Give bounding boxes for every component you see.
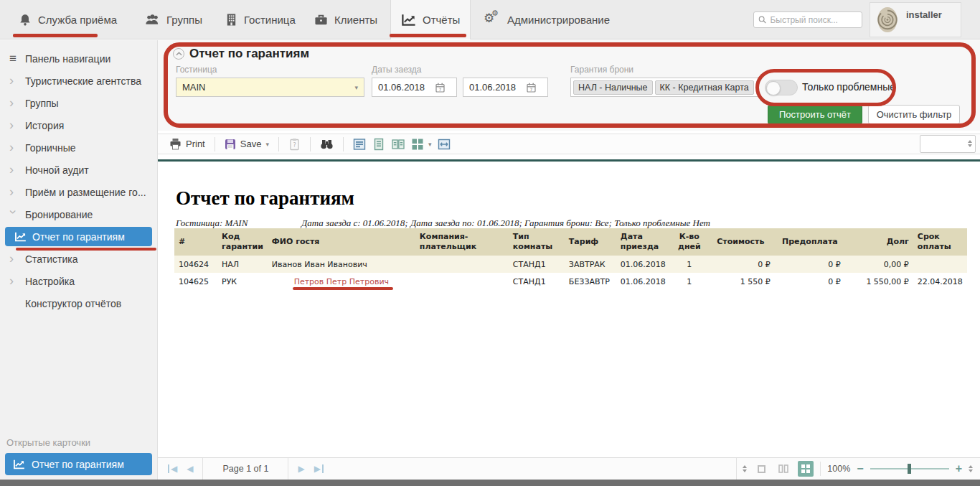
status-bar: ◀ ◀ Page 1 of 1 ▶ ▶ 100% − + (158, 457, 980, 480)
report-cell: 0 ₽ (775, 273, 845, 290)
find-button[interactable] (320, 139, 334, 149)
separator (288, 458, 288, 480)
guarantee-multiselect[interactable]: НАЛ - Наличные КК - Кредитная Карта Б (570, 78, 759, 97)
report-cell: Иванов Иван Иванович (268, 256, 415, 273)
sidebar-item-night-audit[interactable]: › Ночной аудит (0, 159, 157, 181)
problem-only-toggle[interactable] (765, 80, 798, 95)
report-cell: 1 (672, 273, 707, 290)
next-page-button[interactable]: ▶ (298, 464, 304, 473)
previous-page-button[interactable]: ◀ (187, 464, 193, 473)
calendar-icon[interactable]: 7 (435, 83, 445, 93)
nav-tab-label: Служба приёма (38, 14, 117, 26)
page-width-button[interactable] (438, 138, 451, 151)
report-cell: ЗАВТРАК (565, 256, 616, 273)
report-filter-summary-hotel: Гостиница: MAIN (176, 218, 248, 229)
print-button[interactable]: Print (169, 138, 205, 150)
chart-icon (401, 14, 416, 27)
build-report-button[interactable]: Построить отчёт (768, 105, 862, 124)
view-continuous-button[interactable] (372, 138, 385, 151)
nav-tab-administration[interactable]: ⚙⚙ Администрирование (475, 0, 620, 39)
quick-search-box (753, 11, 862, 28)
sidebar-item-label: Настройка (25, 276, 75, 287)
report-column-header: Дата приезда (616, 228, 672, 256)
zoom-in-button[interactable]: + (956, 463, 962, 475)
grid-icon (801, 464, 810, 473)
nav-tab-clients[interactable]: Клиенты (304, 0, 387, 39)
nav-tab-label: Группы (166, 14, 202, 26)
guarantee-tag[interactable]: КК - Кредитная Карта (655, 80, 754, 95)
sidebar-item-housekeeping[interactable]: › Горничные (0, 136, 157, 159)
zoom-out-button[interactable]: − (857, 463, 863, 475)
separator (820, 462, 821, 476)
sidebar-item-nav-panel[interactable]: ≡ Панель навигации (0, 47, 157, 70)
toolbar-overflow-dropdown[interactable] (920, 135, 976, 153)
sidebar-item-label: Горничные (25, 142, 76, 154)
report-toolbar: Print Save ▾ ? (158, 134, 980, 154)
zoom-controls: 100% − + (736, 458, 980, 480)
sidebar-item-statistics[interactable]: › Статистика (0, 248, 157, 270)
calendar-icon[interactable]: 7 (527, 83, 536, 93)
toolbar-separator (278, 137, 279, 151)
nav-tab-label: Клиенты (334, 14, 377, 26)
sidebar-item-groups[interactable]: › Группы (0, 92, 157, 114)
view-multiple-pages-button[interactable]: ▾ (411, 138, 432, 151)
report-table: #Код гарантииФИО гостяКомпания-плательщи… (174, 228, 967, 290)
spinner-carets-icon (968, 140, 972, 147)
sidebar-item-label: Панель навигации (25, 53, 110, 65)
report-column-header: ФИО гостя (268, 228, 415, 256)
nav-tab-groups[interactable]: Группы (135, 0, 212, 39)
save-label: Save (240, 139, 262, 149)
page-width-icon (438, 138, 451, 151)
zoom-level-label: 100% (827, 464, 850, 474)
nav-tab-hotel[interactable]: Гостиница (215, 0, 306, 39)
date-from-input[interactable] (372, 82, 434, 93)
collapse-panel-icon[interactable] (173, 48, 184, 60)
quick-search-input[interactable] (770, 15, 857, 25)
hotel-select-value: MAIN (182, 82, 206, 93)
sidebar-item-report-builder[interactable]: Конструктор отчётов (0, 292, 157, 314)
save-button[interactable]: Save ▾ (225, 139, 269, 150)
chevron-down-icon: › (9, 210, 19, 218)
report-column-header: Тариф (565, 228, 616, 256)
binoculars-icon (320, 139, 334, 149)
zoom-slider[interactable] (870, 468, 949, 469)
report-column-header: Срок оплаты (913, 228, 967, 256)
facing-pages-icon (778, 464, 788, 473)
guarantee-tag[interactable]: Б (756, 80, 759, 95)
annotation-underline-reports-tab (390, 34, 466, 37)
clipboard-button[interactable]: ? (288, 138, 301, 151)
sidebar-item-travel-agencies[interactable]: › Туристические агентства (0, 70, 157, 92)
date-to-input[interactable] (463, 82, 525, 93)
sidebar-item-label: Туристические агентства (25, 75, 141, 87)
hotel-select[interactable]: MAIN ▾ (176, 78, 364, 97)
chart-icon (13, 459, 25, 469)
first-page-button[interactable]: ◀ (168, 464, 177, 473)
guarantee-tag[interactable]: НАЛ - Наличные (573, 80, 653, 95)
sidebar-item-label: История (25, 120, 64, 131)
table-row[interactable]: 104624НАЛИванов Иван ИвановичСТАНД1ЗАВТР… (174, 256, 967, 273)
user-menu[interactable]: installer (870, 2, 961, 37)
sidebar-item-history[interactable]: › История (0, 114, 157, 136)
sidebar-item-settings[interactable]: › Настройка (0, 270, 157, 292)
view-mode-facing-button[interactable] (776, 461, 791, 477)
spinner-carets-icon (743, 465, 747, 472)
search-icon (758, 15, 766, 24)
last-page-button[interactable]: ▶ (314, 464, 324, 473)
clear-filter-button[interactable]: Очистить фильтр (868, 105, 960, 124)
view-mode-single-button[interactable] (753, 461, 769, 477)
view-single-page-button[interactable] (353, 138, 366, 151)
report-column-header: Предоплата (775, 228, 845, 256)
svg-text:7: 7 (439, 86, 442, 91)
sidebar-item-checkin[interactable]: › Приём и размещение го... (0, 181, 157, 203)
sidebar-item-guarantee-report[interactable]: Отчет по гарантиям (5, 227, 152, 246)
chevron-right-icon: › (9, 142, 18, 152)
zoom-slider-handle[interactable] (908, 464, 911, 474)
report-cell: 01.06.2018 (616, 256, 672, 273)
view-facing-pages-button[interactable] (392, 138, 405, 151)
sidebar-item-booking[interactable]: › Бронирование (0, 203, 157, 225)
open-card-guarantee-report[interactable]: Отчет по гарантиям (5, 453, 152, 475)
view-mode-grid-button[interactable] (798, 461, 814, 477)
date-to-field: 7 (463, 78, 548, 97)
report-column-header: К-во дней (672, 228, 707, 256)
report-cell: СТАНД1 (509, 256, 565, 273)
